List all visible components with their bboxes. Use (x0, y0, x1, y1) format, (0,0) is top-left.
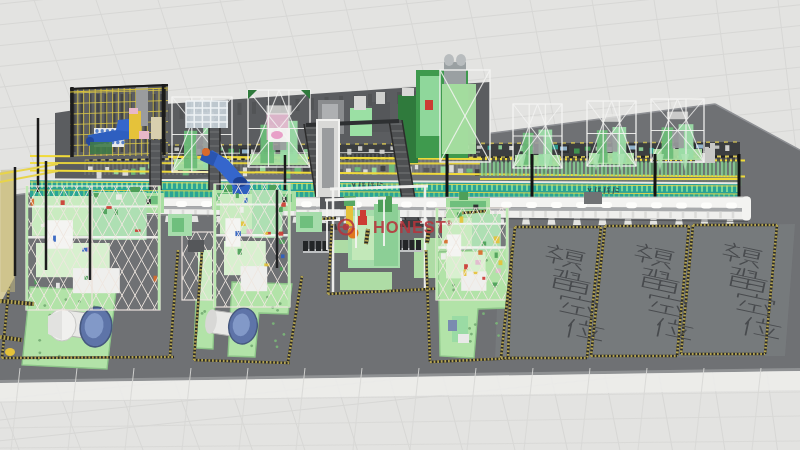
svg-text:HONEST®: HONEST® (373, 218, 453, 236)
